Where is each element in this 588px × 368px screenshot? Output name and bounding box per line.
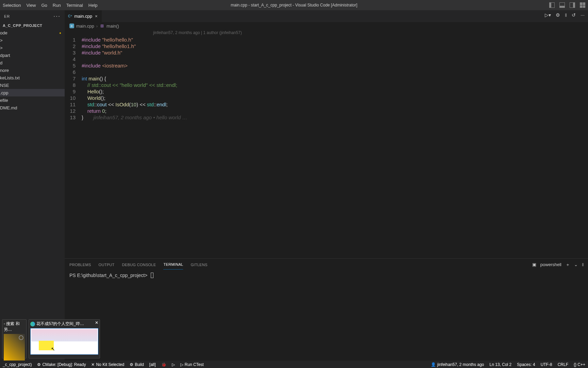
line-number: 13 <box>65 114 82 121</box>
status-build[interactable]: ⚙ Build <box>127 361 147 368</box>
code-editor[interactable]: 1#include "hello/hello.h"2#include "hell… <box>65 36 588 258</box>
line-number: 5 <box>65 62 82 69</box>
file-item[interactable]: DME.md <box>0 104 65 111</box>
code-line: 12 return 0; <box>65 108 588 114</box>
breadcrumb-symbol[interactable]: main() <box>107 24 119 29</box>
tab-main-cpp[interactable]: C⁺ main.cpp × <box>65 10 102 22</box>
taskbar-preview-2[interactable]: 花不成57的个人空间_哔… ✕ ↖ <box>29 319 100 358</box>
code-content: // std::cout << "hello world" << std::en… <box>82 82 177 88</box>
line-number: 2 <box>65 43 82 49</box>
code-line: 4 <box>65 56 588 62</box>
titlebar: Selection View Go Run Terminal Help main… <box>0 0 588 10</box>
status-indent[interactable]: Spaces: 4 <box>514 362 538 367</box>
file-item[interactable]: nore <box>0 66 65 74</box>
status-eol[interactable]: CRLF <box>555 362 571 367</box>
code-content: #include <iostream> <box>82 62 128 69</box>
code-content: Hello(); <box>82 88 104 95</box>
new-terminal-icon[interactable]: ＋ <box>566 262 570 268</box>
status-language[interactable]: {} C++ <box>571 362 588 367</box>
taskbar-close-icon[interactable]: ✕ <box>95 320 98 325</box>
code-content: } jinfeihan57, 2 months ago • hello worl… <box>82 114 187 121</box>
file-item[interactable]: > <box>0 44 65 51</box>
file-item[interactable]: ode <box>0 29 65 36</box>
file-list: ode>>dpartdnorekeLists.txtNSE.cppefileDM… <box>0 29 65 361</box>
line-number: 10 <box>65 95 82 101</box>
run-dropdown-icon[interactable]: ▷▾ <box>545 12 551 18</box>
menu-go[interactable]: Go <box>38 0 50 10</box>
cpp-file-icon: C⁺ <box>68 14 72 18</box>
split-editor-icon[interactable]: ⫴ <box>565 12 567 18</box>
line-number: 4 <box>65 56 82 62</box>
line-number: 9 <box>65 88 82 95</box>
status-target[interactable]: [all] <box>147 361 159 368</box>
terminal-dropdown-icon[interactable]: ⌄ <box>574 262 578 267</box>
project-name[interactable]: A_C_CPP_PROJECT <box>0 22 65 29</box>
taskbar-preview-1[interactable]: - 搜索 和另… <box>2 319 27 358</box>
line-number: 8 <box>65 82 82 88</box>
git-blame-header: jinfeihan57, 2 months ago | 1 author (ji… <box>65 30 588 36</box>
menu-run[interactable]: Run <box>50 0 64 10</box>
bottom-panel: PROBLEMS OUTPUT DEBUG CONSOLE TERMINAL G… <box>65 258 588 361</box>
settings-gear-icon[interactable]: ⚙ <box>556 12 560 18</box>
terminal-body[interactable]: PS E:\github\start_A_c_cpp_project> <box>65 271 588 361</box>
file-item[interactable]: > <box>0 36 65 44</box>
code-line: 3#include "world.h" <box>65 49 588 56</box>
menu-view[interactable]: View <box>23 0 38 10</box>
file-item[interactable]: efile <box>0 96 65 104</box>
line-number: 12 <box>65 108 82 114</box>
tab-bar: C⁺ main.cpp × <box>65 10 588 22</box>
code-line: 1#include "hello/hello.h" <box>65 36 588 43</box>
status-cmake[interactable]: ⚙ CMake: [Debug]: Ready <box>34 361 88 368</box>
taskbar-thumb-1 <box>4 334 25 361</box>
explorer-more-icon[interactable]: ··· <box>53 13 61 20</box>
terminal-cursor <box>151 273 153 278</box>
terminal-shell-icon[interactable]: ▣ <box>532 262 536 267</box>
file-item[interactable]: .cpp <box>0 89 65 96</box>
status-run-ctest[interactable]: ▷ Run CTest <box>178 361 207 368</box>
revert-icon[interactable]: ↺ <box>572 12 576 18</box>
split-terminal-icon[interactable]: ⫴ <box>582 262 584 267</box>
taskbar-thumb-2: ↖ <box>30 328 98 355</box>
status-kit[interactable]: ✕ No Kit Selected <box>88 361 127 368</box>
code-line: 2#include "hello/hello1.h" <box>65 43 588 49</box>
file-item[interactable]: d <box>0 59 65 66</box>
toggle-panel-icon[interactable] <box>559 2 565 8</box>
menu-help[interactable]: Help <box>86 0 100 10</box>
status-cursor[interactable]: Ln 13, Col 2 <box>487 362 514 367</box>
tab-problems[interactable]: PROBLEMS <box>69 260 91 270</box>
breadcrumb-file[interactable]: main.cpp <box>76 24 94 29</box>
tab-debug-console[interactable]: DEBUG CONSOLE <box>122 260 156 270</box>
tab-gitlens[interactable]: GITLENS <box>191 260 207 270</box>
code-content: #include "hello/hello1.h" <box>82 43 136 49</box>
status-encoding[interactable]: UTF-8 <box>538 362 555 367</box>
more-actions-icon[interactable]: ··· <box>581 12 585 18</box>
status-project[interactable]: _c_cpp_project) <box>0 361 34 368</box>
menu-terminal[interactable]: Terminal <box>64 0 86 10</box>
file-item[interactable]: keLists.txt <box>0 74 65 81</box>
code-line: 7int main() { <box>65 75 588 82</box>
file-item[interactable]: NSE <box>0 81 65 89</box>
menu-selection[interactable]: Selection <box>0 0 23 10</box>
code-line: 6 <box>65 69 588 75</box>
terminal-shell-name[interactable]: powershell <box>540 262 561 267</box>
code-content: #include "world.h" <box>82 49 122 56</box>
toggle-primary-sidebar-icon[interactable] <box>549 2 555 8</box>
tab-output[interactable]: OUTPUT <box>99 260 115 270</box>
code-content: #include "hello/hello.h" <box>82 36 133 43</box>
customize-layout-icon[interactable] <box>580 2 585 8</box>
line-number: 7 <box>65 75 82 82</box>
tab-terminal[interactable]: TERMINAL <box>163 260 183 270</box>
breadcrumb[interactable]: C main.cpp › ⊞ main() <box>65 22 588 30</box>
status-blame[interactable]: 👤 jinfeihan57, 2 months ago <box>428 362 487 367</box>
code-line: 13} jinfeihan57, 2 months ago • hello wo… <box>65 114 588 121</box>
toggle-secondary-sidebar-icon[interactable] <box>570 2 575 8</box>
panel-tabs: PROBLEMS OUTPUT DEBUG CONSOLE TERMINAL G… <box>65 259 588 271</box>
status-run-icon[interactable]: ▷ <box>169 361 178 368</box>
code-content: std::cout << IsOdd(10) << std::endl; <box>82 101 168 108</box>
tab-close-icon[interactable]: × <box>94 14 98 19</box>
file-item[interactable]: dpart <box>0 51 65 59</box>
explorer-header: ER ··· <box>0 10 65 22</box>
code-line: 10 World(); <box>65 95 588 101</box>
status-debug-icon[interactable]: 🐞 <box>159 361 169 368</box>
main-menu: Selection View Go Run Terminal Help <box>0 0 100 10</box>
